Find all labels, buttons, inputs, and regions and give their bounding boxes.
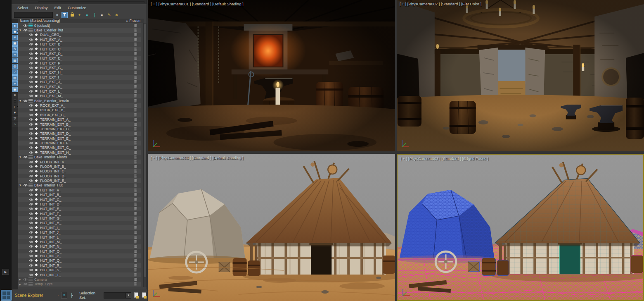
frozen-cell-icon[interactable] xyxy=(134,90,137,93)
frozen-cell-icon[interactable] xyxy=(134,221,137,225)
frozen-cell-icon[interactable] xyxy=(134,174,137,178)
visibility-eye-icon[interactable] xyxy=(29,273,34,277)
tree-row[interactable]: FLOOR_INT_D_ xyxy=(18,174,141,178)
tree-row[interactable]: Bake_Exterior_Terrain xyxy=(18,98,141,103)
visibility-eye-icon[interactable] xyxy=(29,174,34,178)
viewport-top-left[interactable]: [ + ] [PhysCamera001 ] [Standard ] [Defa… xyxy=(148,0,395,151)
tree-row[interactable]: ROCK_EXT_B_ xyxy=(18,108,141,112)
tree-row[interactable]: HUT_EXT_H_ xyxy=(18,70,141,75)
menu-item[interactable]: Customize xyxy=(65,5,89,11)
tree-row[interactable]: TERRAIN_EXT_A_ xyxy=(18,117,141,122)
menu-item[interactable]: Display xyxy=(32,5,50,11)
visibility-eye-icon[interactable] xyxy=(29,71,34,74)
frozen-cell-icon[interactable] xyxy=(134,193,137,196)
frozen-cell-icon[interactable] xyxy=(134,85,137,88)
visibility-eye-icon[interactable] xyxy=(29,127,34,131)
tree-row[interactable]: HUT_INT_D_ xyxy=(18,202,141,206)
viewport-label[interactable]: [ + ] [PhysCamera002 ] [Standard ] [Flat… xyxy=(400,2,481,6)
visibility-eye-icon[interactable] xyxy=(23,184,28,187)
visibility-eye-icon[interactable] xyxy=(29,90,34,93)
frozen-cell-icon[interactable] xyxy=(134,278,137,281)
tree-row[interactable]: Camera xyxy=(18,277,141,282)
tree-row[interactable]: HUT_INT_C_ xyxy=(18,197,141,202)
visibility-eye-icon[interactable] xyxy=(29,137,34,140)
selection-set-dropdown[interactable]: ▼ xyxy=(104,292,131,299)
tree-row[interactable]: HUT_EXT_M_ xyxy=(18,94,141,98)
tree-row[interactable]: HUT_INT_R_ xyxy=(18,263,141,268)
frozen-cell-icon[interactable] xyxy=(134,62,137,65)
viewport-top-right[interactable]: [ + ] [PhysCamera002 ] [Standard ] [Flat… xyxy=(397,0,644,151)
frozen-cell-icon[interactable] xyxy=(134,29,137,32)
tree-row[interactable]: HUT_EXT_C_ xyxy=(18,47,141,51)
visibility-eye-icon[interactable] xyxy=(29,94,34,98)
visibility-eye-icon[interactable] xyxy=(29,254,34,258)
tree-row[interactable]: HUT_INT_Q_ xyxy=(18,258,141,263)
frozen-cell-icon[interactable] xyxy=(134,254,137,258)
visibility-eye-icon[interactable] xyxy=(29,226,34,229)
search-input[interactable] xyxy=(14,12,53,18)
expand-collapse-icon[interactable] xyxy=(19,278,23,281)
frozen-cell-icon[interactable] xyxy=(134,240,137,244)
tree-row[interactable]: HUT_INT_N_ xyxy=(18,244,141,249)
frozen-cell-icon[interactable] xyxy=(134,137,137,140)
tree-row[interactable]: HUT_EXT_J_ xyxy=(18,80,141,84)
tree-row[interactable]: HUT_EXT_I_ xyxy=(18,75,141,79)
tree-column-header[interactable]: Name (Sorted Ascending) ▲ Frozen xyxy=(18,19,144,23)
visibility-eye-icon[interactable] xyxy=(23,278,28,281)
frozen-cell-icon[interactable] xyxy=(134,52,137,55)
viewport-label[interactable]: [ + ] [PhysCamera001 ] [Standard ] [Defa… xyxy=(151,2,244,6)
visibility-eye-icon[interactable] xyxy=(29,132,34,135)
expand-collapse-icon[interactable] xyxy=(19,100,23,102)
frozen-cell-icon[interactable] xyxy=(134,207,137,210)
display-materials-button[interactable]: ▤ xyxy=(12,75,18,81)
visibility-eye-icon[interactable] xyxy=(23,29,28,32)
display-plugins-button[interactable]: / xyxy=(12,69,18,75)
visibility-eye-icon[interactable] xyxy=(29,250,34,253)
frozen-cell-icon[interactable] xyxy=(134,179,137,182)
visibility-eye-icon[interactable] xyxy=(29,245,34,248)
visibility-eye-icon[interactable] xyxy=(29,113,34,117)
frozen-cell-icon[interactable] xyxy=(134,151,137,154)
display-cameras-button[interactable]: ▣ xyxy=(12,41,18,46)
tree-row[interactable]: HUT_INT_F_ xyxy=(18,211,141,216)
frozen-cell-icon[interactable] xyxy=(134,66,137,69)
frozen-cell-icon[interactable] xyxy=(134,76,137,79)
frozen-cell-icon[interactable] xyxy=(134,118,137,121)
frozen-cell-icon[interactable] xyxy=(134,141,137,145)
frozen-cell-icon[interactable] xyxy=(134,57,137,60)
frozen-cell-icon[interactable] xyxy=(134,184,137,187)
visibility-eye-icon[interactable] xyxy=(29,221,34,225)
visibility-eye-icon[interactable] xyxy=(29,146,34,149)
frozen-cell-icon[interactable] xyxy=(134,33,137,36)
tree-row[interactable]: HUT_EXT_F_ xyxy=(18,61,141,65)
filter-combinations-button[interactable]: ▽ xyxy=(12,116,18,121)
visibility-eye-icon[interactable] xyxy=(29,33,34,36)
frozen-cell-icon[interactable] xyxy=(134,71,137,74)
display-particles-button[interactable]: ∗ xyxy=(12,81,18,86)
visibility-eye-icon[interactable] xyxy=(29,236,34,239)
frozen-cell-icon[interactable] xyxy=(134,268,137,272)
visibility-eye-icon[interactable] xyxy=(29,179,34,182)
frozen-cell-icon[interactable] xyxy=(134,259,137,262)
visibility-eye-icon[interactable] xyxy=(29,207,34,210)
visibility-eye-icon[interactable] xyxy=(29,48,34,51)
export-selection-set-button[interactable] xyxy=(141,292,147,299)
expand-hierarchy-button[interactable]: ├ xyxy=(91,12,97,18)
visibility-eye-icon[interactable] xyxy=(29,123,34,126)
menu-item[interactable]: Edit xyxy=(52,5,64,11)
frozen-cell-icon[interactable] xyxy=(134,104,137,107)
visibility-eye-icon[interactable] xyxy=(29,104,34,107)
import-selection-set-button[interactable] xyxy=(133,292,139,299)
list-view-button[interactable]: ≡ xyxy=(12,93,18,98)
viewport-layout-grid-icon[interactable] xyxy=(1,290,12,301)
advanced-filter-button[interactable]: ▼ xyxy=(12,110,18,115)
tree-row[interactable]: HUT_EXT_K_ xyxy=(18,84,141,89)
display-shapes-button[interactable]: ◆ xyxy=(12,29,18,34)
visibility-eye-icon[interactable] xyxy=(29,52,34,55)
visibility-eye-icon[interactable] xyxy=(29,38,34,41)
frozen-cell-icon[interactable] xyxy=(134,217,137,220)
tree-row[interactable]: HUT_EXT_G_ xyxy=(18,65,141,70)
tree-row[interactable]: HUT_INT_B_ xyxy=(18,193,141,197)
visibility-eye-icon[interactable] xyxy=(29,108,34,112)
frozen-cell-icon[interactable] xyxy=(134,236,137,239)
